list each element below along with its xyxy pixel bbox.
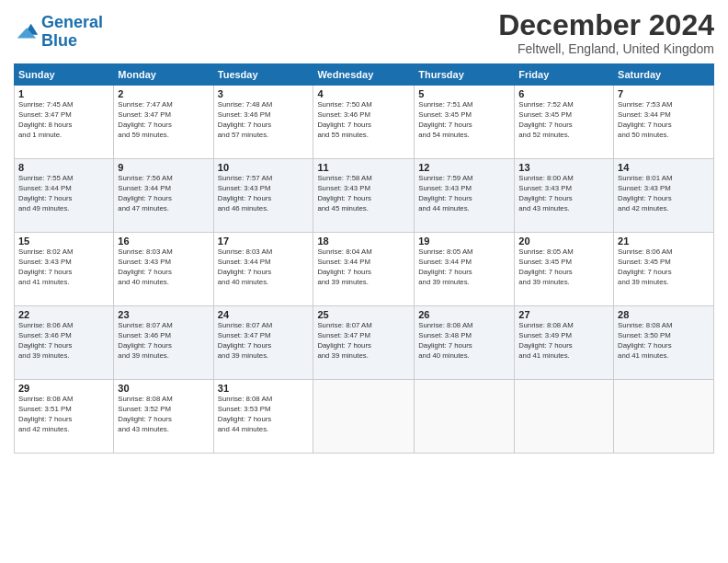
day-info: Sunrise: 7:51 AMSunset: 3:45 PMDaylight:… [418,100,510,141]
calendar-cell: 4Sunrise: 7:50 AMSunset: 3:46 PMDaylight… [313,86,415,159]
day-info: Sunrise: 8:08 AMSunset: 3:50 PMDaylight:… [618,321,710,362]
logo-line2: Blue [41,31,77,50]
day-info: Sunrise: 7:50 AMSunset: 3:46 PMDaylight:… [317,100,410,141]
day-info: Sunrise: 8:05 AMSunset: 3:44 PMDaylight:… [418,247,510,288]
day-info: Sunrise: 7:45 AMSunset: 3:47 PMDaylight:… [18,100,109,141]
day-number: 16 [118,236,209,247]
day-number: 26 [418,309,510,320]
calendar-table: SundayMondayTuesdayWednesdayThursdayFrid… [14,63,714,454]
day-info: Sunrise: 8:03 AMSunset: 3:44 PMDaylight:… [218,247,310,288]
calendar-cell: 18Sunrise: 8:04 AMSunset: 3:44 PMDayligh… [313,233,415,306]
day-info: Sunrise: 8:06 AMSunset: 3:46 PMDaylight:… [18,321,109,362]
calendar-cell: 22Sunrise: 8:06 AMSunset: 3:46 PMDayligh… [15,306,114,380]
calendar-header-monday: Monday [114,64,213,86]
day-number: 13 [518,162,609,173]
calendar-cell: 24Sunrise: 8:07 AMSunset: 3:47 PMDayligh… [213,306,313,380]
calendar-cell: 16Sunrise: 8:03 AMSunset: 3:43 PMDayligh… [114,233,213,306]
title-block: December 2024 Feltwell, England, United … [498,9,714,56]
calendar-cell: 25Sunrise: 8:07 AMSunset: 3:47 PMDayligh… [313,306,415,380]
calendar-cell: 27Sunrise: 8:08 AMSunset: 3:49 PMDayligh… [515,306,614,380]
day-number: 11 [317,162,410,173]
calendar-cell: 31Sunrise: 8:08 AMSunset: 3:53 PMDayligh… [213,380,313,454]
calendar-cell: 14Sunrise: 8:01 AMSunset: 3:43 PMDayligh… [614,159,714,233]
day-number: 29 [18,383,109,394]
day-number: 25 [317,309,410,320]
logo-line1: General [41,13,103,31]
day-info: Sunrise: 8:05 AMSunset: 3:45 PMDaylight:… [518,247,609,288]
calendar-cell: 1Sunrise: 7:45 AMSunset: 3:47 PMDaylight… [15,86,114,159]
calendar-header-tuesday: Tuesday [213,64,313,86]
calendar-cell: 15Sunrise: 8:02 AMSunset: 3:43 PMDayligh… [15,233,114,306]
main-title: December 2024 [498,9,714,41]
calendar-cell: 8Sunrise: 7:55 AMSunset: 3:44 PMDaylight… [15,159,114,233]
calendar-week-2: 8Sunrise: 7:55 AMSunset: 3:44 PMDaylight… [15,159,714,233]
day-info: Sunrise: 7:56 AMSunset: 3:44 PMDaylight:… [118,174,209,214]
day-number: 4 [317,88,410,99]
calendar-cell [614,380,714,454]
calendar-cell: 12Sunrise: 7:59 AMSunset: 3:43 PMDayligh… [415,159,515,233]
day-number: 3 [218,88,310,99]
day-number: 15 [18,236,109,247]
day-info: Sunrise: 8:01 AMSunset: 3:43 PMDaylight:… [618,174,710,214]
day-number: 18 [317,236,410,247]
calendar-week-5: 29Sunrise: 8:08 AMSunset: 3:51 PMDayligh… [15,380,714,454]
day-number: 24 [218,309,310,320]
day-info: Sunrise: 8:02 AMSunset: 3:43 PMDaylight:… [18,247,109,288]
day-number: 7 [618,88,710,99]
day-info: Sunrise: 8:08 AMSunset: 3:51 PMDaylight:… [18,395,109,435]
calendar-cell: 28Sunrise: 8:08 AMSunset: 3:50 PMDayligh… [614,306,714,380]
day-info: Sunrise: 8:08 AMSunset: 3:49 PMDaylight:… [518,321,609,362]
calendar-cell: 20Sunrise: 8:05 AMSunset: 3:45 PMDayligh… [515,233,614,306]
day-info: Sunrise: 7:47 AMSunset: 3:47 PMDaylight:… [118,100,209,141]
calendar-cell: 21Sunrise: 8:06 AMSunset: 3:45 PMDayligh… [614,233,714,306]
day-info: Sunrise: 8:07 AMSunset: 3:46 PMDaylight:… [118,321,209,362]
calendar-cell [515,380,614,454]
day-info: Sunrise: 8:06 AMSunset: 3:45 PMDaylight:… [618,247,710,288]
calendar-week-3: 15Sunrise: 8:02 AMSunset: 3:43 PMDayligh… [15,233,714,306]
day-number: 31 [218,383,310,394]
day-info: Sunrise: 7:48 AMSunset: 3:46 PMDaylight:… [218,100,310,141]
day-info: Sunrise: 8:03 AMSunset: 3:43 PMDaylight:… [118,247,209,288]
calendar-body: 1Sunrise: 7:45 AMSunset: 3:47 PMDaylight… [15,86,714,454]
subtitle: Feltwell, England, United Kingdom [498,41,714,56]
calendar-cell: 26Sunrise: 8:08 AMSunset: 3:48 PMDayligh… [415,306,515,380]
day-number: 8 [18,162,109,173]
day-info: Sunrise: 7:59 AMSunset: 3:43 PMDaylight:… [418,174,510,214]
header: General Blue December 2024 Feltwell, Eng… [14,9,714,56]
calendar-header-friday: Friday [515,64,614,86]
calendar-cell: 19Sunrise: 8:05 AMSunset: 3:44 PMDayligh… [415,233,515,306]
day-number: 1 [18,88,109,99]
day-info: Sunrise: 7:53 AMSunset: 3:44 PMDaylight:… [618,100,710,141]
day-number: 10 [218,162,310,173]
calendar-cell: 10Sunrise: 7:57 AMSunset: 3:43 PMDayligh… [213,159,313,233]
calendar-header-saturday: Saturday [614,64,714,86]
calendar-week-1: 1Sunrise: 7:45 AMSunset: 3:47 PMDaylight… [15,86,714,159]
calendar-cell: 23Sunrise: 8:07 AMSunset: 3:46 PMDayligh… [114,306,213,380]
calendar-week-4: 22Sunrise: 8:06 AMSunset: 3:46 PMDayligh… [15,306,714,380]
day-number: 28 [618,309,710,320]
calendar-header-row: SundayMondayTuesdayWednesdayThursdayFrid… [15,64,714,86]
calendar-cell: 17Sunrise: 8:03 AMSunset: 3:44 PMDayligh… [213,233,313,306]
calendar-cell: 9Sunrise: 7:56 AMSunset: 3:44 PMDaylight… [114,159,213,233]
day-number: 23 [118,309,209,320]
day-info: Sunrise: 8:08 AMSunset: 3:53 PMDaylight:… [218,395,310,435]
day-number: 19 [418,236,510,247]
calendar-cell: 2Sunrise: 7:47 AMSunset: 3:47 PMDaylight… [114,86,213,159]
logo: General Blue [14,14,103,51]
calendar-cell: 29Sunrise: 8:08 AMSunset: 3:51 PMDayligh… [15,380,114,454]
page: General Blue December 2024 Feltwell, Eng… [0,0,728,563]
calendar-header-thursday: Thursday [415,64,515,86]
day-number: 14 [618,162,710,173]
day-number: 9 [118,162,209,173]
calendar-cell: 3Sunrise: 7:48 AMSunset: 3:46 PMDaylight… [213,86,313,159]
calendar-cell [415,380,515,454]
calendar-cell [313,380,415,454]
day-number: 27 [518,309,609,320]
day-number: 5 [418,88,510,99]
day-info: Sunrise: 7:57 AMSunset: 3:43 PMDaylight:… [218,174,310,214]
calendar-header-sunday: Sunday [15,64,114,86]
day-number: 12 [418,162,510,173]
day-info: Sunrise: 8:00 AMSunset: 3:43 PMDaylight:… [518,174,609,214]
calendar-cell: 13Sunrise: 8:00 AMSunset: 3:43 PMDayligh… [515,159,614,233]
calendar-cell: 30Sunrise: 8:08 AMSunset: 3:52 PMDayligh… [114,380,213,454]
